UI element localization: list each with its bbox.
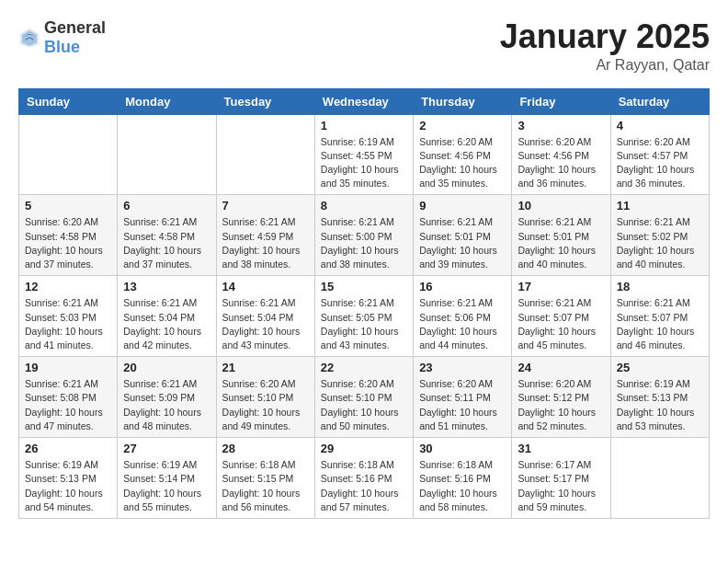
day-info: Sunrise: 6:19 AMSunset: 5:13 PMDaylight:…	[617, 377, 703, 433]
day-number: 4	[617, 119, 703, 132]
day-number: 7	[222, 199, 309, 213]
calendar-cell: 7Sunrise: 6:21 AMSunset: 4:59 PMDaylight…	[216, 195, 314, 276]
day-number: 5	[25, 199, 111, 213]
logo-blue: Blue	[44, 38, 80, 56]
day-info: Sunrise: 6:21 AMSunset: 5:04 PMDaylight:…	[123, 296, 210, 352]
day-info: Sunrise: 6:21 AMSunset: 5:00 PMDaylight:…	[321, 215, 407, 271]
day-info: Sunrise: 6:21 AMSunset: 5:09 PMDaylight:…	[123, 377, 210, 433]
calendar-subtitle: Ar Rayyan, Qatar	[500, 57, 710, 74]
day-info: Sunrise: 6:21 AMSunset: 4:58 PMDaylight:…	[123, 215, 210, 271]
calendar-cell: 29Sunrise: 6:18 AMSunset: 5:16 PMDayligh…	[314, 438, 413, 519]
day-number: 12	[25, 280, 111, 293]
day-number: 24	[518, 361, 604, 374]
day-number: 8	[321, 199, 407, 213]
day-info: Sunrise: 6:20 AMSunset: 4:58 PMDaylight:…	[25, 215, 111, 271]
calendar-cell: 20Sunrise: 6:21 AMSunset: 5:09 PMDayligh…	[118, 357, 216, 438]
day-info: Sunrise: 6:21 AMSunset: 5:01 PMDaylight:…	[419, 215, 506, 271]
day-info: Sunrise: 6:21 AMSunset: 5:07 PMDaylight:…	[617, 296, 703, 352]
calendar-week-4: 19Sunrise: 6:21 AMSunset: 5:08 PMDayligh…	[19, 357, 710, 438]
calendar-cell: 13Sunrise: 6:21 AMSunset: 5:04 PMDayligh…	[118, 276, 216, 357]
day-number: 9	[419, 199, 506, 213]
calendar-cell: 23Sunrise: 6:20 AMSunset: 5:11 PMDayligh…	[414, 357, 512, 438]
day-number: 17	[518, 280, 604, 293]
calendar-cell: 27Sunrise: 6:19 AMSunset: 5:14 PMDayligh…	[118, 438, 216, 519]
day-number: 25	[617, 361, 703, 374]
day-info: Sunrise: 6:20 AMSunset: 4:56 PMDaylight:…	[518, 135, 604, 191]
calendar-header: SundayMondayTuesdayWednesdayThursdayFrid…	[19, 88, 710, 114]
day-number: 16	[419, 280, 506, 293]
day-number: 1	[321, 119, 407, 132]
day-info: Sunrise: 6:20 AMSunset: 5:10 PMDaylight:…	[321, 377, 407, 433]
calendar-cell: 28Sunrise: 6:18 AMSunset: 5:15 PMDayligh…	[216, 438, 314, 519]
calendar-cell: 8Sunrise: 6:21 AMSunset: 5:00 PMDaylight…	[314, 195, 413, 276]
day-info: Sunrise: 6:20 AMSunset: 5:11 PMDaylight:…	[419, 377, 506, 433]
day-number: 26	[25, 442, 111, 455]
calendar-cell: 30Sunrise: 6:18 AMSunset: 5:16 PMDayligh…	[414, 438, 512, 519]
calendar-cell: 22Sunrise: 6:20 AMSunset: 5:10 PMDayligh…	[314, 357, 413, 438]
calendar-cell: 4Sunrise: 6:20 AMSunset: 4:57 PMDaylight…	[610, 114, 709, 195]
day-info: Sunrise: 6:19 AMSunset: 5:13 PMDaylight:…	[25, 458, 111, 514]
day-info: Sunrise: 6:18 AMSunset: 5:15 PMDaylight:…	[222, 458, 309, 514]
calendar-cell	[610, 438, 709, 519]
day-number: 3	[518, 119, 604, 132]
calendar-cell: 6Sunrise: 6:21 AMSunset: 4:58 PMDaylight…	[118, 195, 216, 276]
day-number: 21	[222, 361, 309, 374]
calendar-cell: 18Sunrise: 6:21 AMSunset: 5:07 PMDayligh…	[610, 276, 709, 357]
calendar-cell: 3Sunrise: 6:20 AMSunset: 4:56 PMDaylight…	[512, 114, 610, 195]
calendar-table: SundayMondayTuesdayWednesdayThursdayFrid…	[18, 88, 710, 519]
calendar-cell: 2Sunrise: 6:20 AMSunset: 4:56 PMDaylight…	[414, 114, 512, 195]
day-number: 31	[518, 442, 604, 455]
calendar-cell: 1Sunrise: 6:19 AMSunset: 4:55 PMDaylight…	[314, 114, 413, 195]
day-info: Sunrise: 6:21 AMSunset: 5:07 PMDaylight:…	[518, 296, 604, 352]
weekday-header-sunday: Sunday	[19, 88, 118, 114]
calendar-cell: 17Sunrise: 6:21 AMSunset: 5:07 PMDayligh…	[512, 276, 610, 357]
logo-icon	[18, 27, 40, 49]
day-number: 19	[25, 361, 111, 374]
day-info: Sunrise: 6:21 AMSunset: 5:04 PMDaylight:…	[222, 296, 309, 352]
calendar-cell: 5Sunrise: 6:20 AMSunset: 4:58 PMDaylight…	[19, 195, 118, 276]
day-number: 14	[222, 280, 309, 293]
calendar-week-5: 26Sunrise: 6:19 AMSunset: 5:13 PMDayligh…	[19, 438, 710, 519]
day-info: Sunrise: 6:21 AMSunset: 5:01 PMDaylight:…	[518, 215, 604, 271]
day-info: Sunrise: 6:21 AMSunset: 4:59 PMDaylight:…	[222, 215, 309, 271]
calendar-cell: 31Sunrise: 6:17 AMSunset: 5:17 PMDayligh…	[512, 438, 610, 519]
day-number: 15	[321, 280, 407, 293]
day-info: Sunrise: 6:21 AMSunset: 5:08 PMDaylight:…	[25, 377, 111, 433]
calendar-cell: 26Sunrise: 6:19 AMSunset: 5:13 PMDayligh…	[19, 438, 118, 519]
calendar-cell: 9Sunrise: 6:21 AMSunset: 5:01 PMDaylight…	[414, 195, 512, 276]
calendar-week-2: 5Sunrise: 6:20 AMSunset: 4:58 PMDaylight…	[19, 195, 710, 276]
title-block: January 2025 Ar Rayyan, Qatar	[500, 18, 710, 74]
day-info: Sunrise: 6:20 AMSunset: 5:12 PMDaylight:…	[518, 377, 604, 433]
day-info: Sunrise: 6:17 AMSunset: 5:17 PMDaylight:…	[518, 458, 604, 514]
calendar-cell: 21Sunrise: 6:20 AMSunset: 5:10 PMDayligh…	[216, 357, 314, 438]
weekday-header-wednesday: Wednesday	[314, 88, 413, 114]
calendar-cell: 10Sunrise: 6:21 AMSunset: 5:01 PMDayligh…	[512, 195, 610, 276]
calendar-cell: 24Sunrise: 6:20 AMSunset: 5:12 PMDayligh…	[512, 357, 610, 438]
logo-general: General	[44, 18, 106, 37]
day-number: 22	[321, 361, 407, 374]
day-info: Sunrise: 6:20 AMSunset: 4:57 PMDaylight:…	[617, 135, 703, 191]
calendar-title: January 2025	[500, 18, 710, 55]
weekday-header-thursday: Thursday	[414, 88, 512, 114]
day-number: 6	[123, 199, 210, 213]
calendar-cell	[118, 114, 216, 195]
day-number: 13	[123, 280, 210, 293]
day-info: Sunrise: 6:21 AMSunset: 5:05 PMDaylight:…	[321, 296, 407, 352]
day-number: 20	[123, 361, 210, 374]
day-number: 23	[419, 361, 506, 374]
day-number: 2	[419, 119, 506, 132]
calendar-cell: 15Sunrise: 6:21 AMSunset: 5:05 PMDayligh…	[314, 276, 413, 357]
day-number: 11	[617, 199, 703, 213]
weekday-header-saturday: Saturday	[610, 88, 709, 114]
day-number: 27	[123, 442, 210, 455]
calendar-cell: 19Sunrise: 6:21 AMSunset: 5:08 PMDayligh…	[19, 357, 118, 438]
day-info: Sunrise: 6:21 AMSunset: 5:03 PMDaylight:…	[25, 296, 111, 352]
calendar-cell: 16Sunrise: 6:21 AMSunset: 5:06 PMDayligh…	[414, 276, 512, 357]
calendar-cell: 14Sunrise: 6:21 AMSunset: 5:04 PMDayligh…	[216, 276, 314, 357]
day-info: Sunrise: 6:19 AMSunset: 4:55 PMDaylight:…	[321, 135, 407, 191]
calendar-cell: 12Sunrise: 6:21 AMSunset: 5:03 PMDayligh…	[19, 276, 118, 357]
day-info: Sunrise: 6:18 AMSunset: 5:16 PMDaylight:…	[321, 458, 407, 514]
day-info: Sunrise: 6:21 AMSunset: 5:02 PMDaylight:…	[617, 215, 703, 271]
weekday-header-tuesday: Tuesday	[216, 88, 314, 114]
day-info: Sunrise: 6:20 AMSunset: 4:56 PMDaylight:…	[419, 135, 506, 191]
